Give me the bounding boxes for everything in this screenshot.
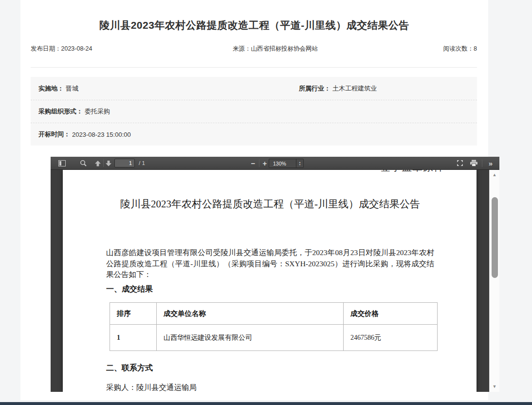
pdf-page: 签字盖章原件 陵川县2023年农村公路提质改造工程（平道-川里线）成交结果公告 … bbox=[63, 170, 477, 392]
contact-line: 采购人：陵川县交通运输局 bbox=[106, 383, 197, 392]
source-label: 来源： bbox=[233, 45, 251, 52]
zoom-in-button[interactable]: + bbox=[260, 157, 270, 169]
bid-opening-time-value: 2023-08-23 15:00:00 bbox=[72, 131, 131, 138]
bottom-bar bbox=[0, 402, 532, 405]
source: 来源：山西省招标投标协会网站 bbox=[233, 45, 318, 53]
minus-icon: − bbox=[251, 159, 256, 167]
cell-rank: 1 bbox=[110, 325, 157, 351]
presentation-mode-button[interactable] bbox=[456, 157, 464, 169]
scroll-up-icon[interactable]: ▲ bbox=[490, 173, 499, 177]
info-row-location: 实施地： 晋城 所属行业： 土木工程建筑业 bbox=[31, 77, 477, 100]
article-meta-row: 发布日期：2023-08-24 来源：山西省招标投标协会网站 阅读次数：8 bbox=[31, 45, 477, 53]
page-count-label: / 1 bbox=[139, 157, 145, 169]
zoom-level-select[interactable]: 130% ▲ ▼ bbox=[269, 159, 304, 168]
page-number-input[interactable] bbox=[114, 159, 135, 167]
pdf-viewer: / 1 − + 130% ▲ ▼ bbox=[51, 157, 499, 392]
award-result-table: 排序 成交单位名称 成交价格 1 山西华恒远建设发展有限公司 2467586元 bbox=[110, 302, 438, 351]
industry-value: 土木工程建筑业 bbox=[332, 84, 377, 93]
bid-opening-time-label: 开标时间： bbox=[38, 130, 70, 139]
header-divider bbox=[31, 67, 477, 68]
publish-date: 发布日期：2023-08-24 bbox=[31, 45, 92, 53]
document-paragraph: 山西彦皓建设项目管理有限公司受陵川县交通运输局委托，于2023年08月23日对陵… bbox=[106, 247, 434, 280]
cell-price: 2467586元 bbox=[344, 325, 438, 351]
spinner-down-icon: ▼ bbox=[299, 164, 301, 166]
arrow-up-icon bbox=[94, 160, 101, 166]
read-count-value: 8 bbox=[474, 45, 477, 52]
info-row-procurement-form: 采购组织形式： 委托采购 bbox=[31, 100, 477, 123]
double-chevron-icon: » bbox=[489, 159, 493, 167]
print-button[interactable] bbox=[468, 157, 479, 169]
cell-supplier: 山西华恒远建设发展有限公司 bbox=[157, 325, 344, 351]
zoom-select-spinner: ▲ ▼ bbox=[296, 159, 303, 167]
procurement-form-value: 委托采购 bbox=[85, 107, 110, 116]
procurement-form-label: 采购组织形式： bbox=[38, 107, 83, 116]
plus-icon: + bbox=[263, 159, 267, 167]
more-tools-button[interactable]: » bbox=[485, 157, 496, 169]
scroll-down-icon[interactable]: ▼ bbox=[490, 385, 499, 389]
zoom-level-value: 130% bbox=[269, 161, 296, 166]
pdf-viewer-body: 签字盖章原件 陵川县2023年农村公路提质改造工程（平道-川里线）成交结果公告 … bbox=[51, 170, 499, 392]
table-row: 1 山西华恒远建设发展有限公司 2467586元 bbox=[110, 325, 438, 351]
toolbar-divider bbox=[259, 159, 259, 167]
location-label: 实施地： bbox=[38, 84, 64, 93]
next-page-button[interactable] bbox=[104, 157, 113, 169]
previous-page-button[interactable] bbox=[93, 157, 102, 169]
scrollbar-thumb[interactable] bbox=[492, 197, 498, 278]
fullscreen-icon bbox=[457, 160, 463, 166]
info-row-bid-opening-time: 开标时间： 2023-08-23 15:00:00 bbox=[31, 123, 477, 146]
source-value: 山西省招标投标协会网站 bbox=[251, 45, 318, 52]
header-rank: 排序 bbox=[110, 303, 157, 325]
search-icon bbox=[80, 160, 87, 166]
toolbar-divider bbox=[482, 159, 482, 167]
project-info-box: 实施地： 晋城 所属行业： 土木工程建筑业 采购组织形式： 委托采购 开标时间：… bbox=[31, 77, 477, 146]
section2-heading: 二、联系方式 bbox=[106, 363, 153, 373]
read-count: 阅读次数：8 bbox=[443, 45, 477, 53]
industry-pair: 所属行业： 土木工程建筑业 bbox=[299, 77, 377, 100]
zoom-out-button[interactable]: − bbox=[248, 157, 258, 169]
industry-label: 所属行业： bbox=[299, 84, 330, 93]
sidebar-toggle-button[interactable] bbox=[57, 157, 66, 169]
print-icon bbox=[470, 160, 478, 166]
pdf-toolbar: / 1 − + 130% ▲ ▼ bbox=[51, 157, 499, 170]
header-supplier: 成交单位名称 bbox=[157, 303, 344, 325]
publish-date-value: 2023-08-24 bbox=[61, 45, 92, 52]
article-card: 陵川县2023年农村公路提质改造工程（平道-川里线）成交结果公告 发布日期：20… bbox=[20, 0, 488, 400]
find-button[interactable] bbox=[79, 157, 88, 169]
header-price: 成交价格 bbox=[344, 303, 438, 325]
publish-date-label: 发布日期： bbox=[31, 45, 61, 52]
read-count-label: 阅读次数： bbox=[443, 45, 474, 52]
location-value: 晋城 bbox=[66, 84, 78, 93]
section1-heading: 一、成交结果 bbox=[106, 284, 153, 295]
document-title: 陵川县2023年农村公路提质改造工程（平道-川里线）成交结果公告 bbox=[107, 197, 434, 211]
clipped-seal-text: 签字盖章原件 bbox=[380, 170, 444, 173]
toolbar-divider bbox=[103, 159, 104, 167]
arrow-down-icon bbox=[105, 160, 112, 166]
table-header-row: 排序 成交单位名称 成交价格 bbox=[110, 303, 438, 325]
page-title: 陵川县2023年农村公路提质改造工程（平道-川里线）成交结果公告 bbox=[40, 18, 469, 32]
sidebar-toggle-icon bbox=[58, 160, 66, 166]
pdf-scrollbar[interactable]: ▲ ▼ bbox=[489, 170, 499, 392]
